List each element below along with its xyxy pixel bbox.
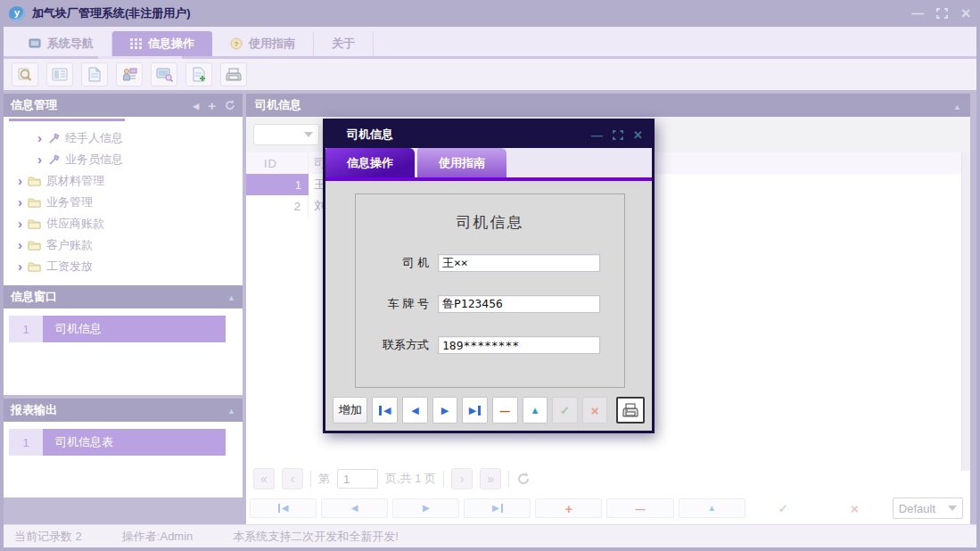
page-number-input[interactable] [337, 469, 378, 489]
printer-icon[interactable] [220, 62, 247, 86]
folder-icon [28, 176, 41, 186]
ribbon-tabbar: 系统导航 信息操作 ? 使用指南 关于 [4, 27, 976, 56]
panel-header-info-windows[interactable]: 信息窗口 [4, 285, 243, 308]
tree-item-payroll[interactable]: 工资发放 [4, 256, 243, 277]
edit-record-button[interactable]: ▲ [679, 498, 745, 518]
grid-icon [130, 38, 142, 49]
prev-page-button[interactable]: ‹ [282, 468, 303, 489]
first-page-button[interactable]: « [253, 468, 275, 489]
info-manage-tree: 经手人信息 业务员信息 原材料管理 业务管理 供应商账款 [4, 117, 243, 285]
dialog-footer-toolbar: 增加 ◀ ◀ ▶ ▶ ▲ [325, 390, 652, 431]
cancel-record-button[interactable] [821, 498, 888, 518]
tab-system-nav[interactable]: 系统导航 [11, 31, 112, 56]
add-button[interactable]: 增加 [333, 397, 367, 424]
chevron-right-icon [18, 174, 22, 188]
report-output-list: 1 司机信息表 [4, 422, 243, 498]
folder-icon [28, 261, 41, 272]
plate-number-input[interactable] [438, 295, 600, 313]
close-icon[interactable]: ✕ [960, 7, 971, 20]
folder-icon [28, 218, 41, 229]
minimize-icon[interactable]: — [591, 129, 603, 141]
close-icon[interactable]: ✕ [633, 129, 643, 141]
contact-input[interactable] [438, 336, 600, 354]
edit-record-button[interactable]: ▲ [523, 397, 548, 424]
nav-prev-button[interactable]: ◀ [321, 498, 388, 518]
tool-icon [47, 154, 60, 166]
print-button[interactable] [616, 397, 645, 424]
chevron-right-icon [18, 238, 22, 252]
filter-combo[interactable] [253, 124, 319, 145]
person-report-icon[interactable] [116, 62, 143, 86]
collapse-up-icon[interactable] [227, 291, 235, 303]
chevron-right-icon [37, 152, 42, 167]
collapse-up-icon[interactable] [227, 404, 235, 416]
collapse-up-icon[interactable] [953, 99, 961, 112]
page-label-suffix: 页,共 1 页 [385, 471, 436, 487]
form-icon[interactable] [46, 62, 73, 86]
post-record-button[interactable] [750, 498, 817, 518]
screen-search-icon[interactable] [151, 62, 177, 86]
nav-last-button[interactable]: ▶ [462, 397, 488, 424]
scrollbar[interactable] [961, 152, 970, 471]
dialog-tab-info-operate[interactable]: 信息操作 [325, 148, 415, 177]
minimize-icon[interactable]: — [911, 7, 924, 20]
pagination-bar: « ‹ 第 页,共 1 页 › » [253, 465, 531, 492]
chevron-right-icon [18, 217, 22, 231]
insert-record-button[interactable] [535, 498, 602, 518]
driver-info-dialog: 司机信息 — ✕ 信息操作 使用指南 司机信息 司 机 [323, 119, 655, 433]
tree-item-agent-info[interactable]: 经手人信息 [4, 127, 243, 149]
doc-add-icon[interactable] [185, 62, 212, 86]
tab-info-operate[interactable]: 信息操作 [112, 31, 212, 56]
app-logo-icon: y [9, 6, 25, 21]
chevron-down-icon [304, 132, 313, 137]
nav-first-button[interactable]: ◀ [250, 498, 317, 518]
cancel-record-button[interactable] [582, 397, 608, 424]
default-combo[interactable]: Default [893, 498, 963, 519]
panel-header-info-manage[interactable]: 信息管理 [4, 94, 243, 117]
tab-user-guide[interactable]: ? 使用指南 [212, 31, 314, 56]
panel-header-report-output[interactable]: 报表输出 [4, 399, 243, 422]
tree-item-supplier-account[interactable]: 供应商账款 [4, 213, 243, 234]
collapse-left-icon[interactable] [193, 99, 199, 111]
driver-field-label: 司 机 [356, 255, 438, 271]
search-icon[interactable] [12, 62, 38, 86]
titlebar: y 加气块厂管理系统(非注册用户) — ✕ [0, 0, 980, 27]
page-label-prefix: 第 [318, 471, 330, 487]
nav-next-button[interactable]: ▶ [432, 397, 458, 424]
restore-icon[interactable] [936, 8, 948, 19]
delete-record-button[interactable] [606, 498, 673, 518]
tree-item-customer-account[interactable]: 客户账款 [4, 234, 243, 256]
delete-record-button[interactable] [492, 397, 518, 424]
nav-next-button[interactable]: ▶ [392, 498, 459, 518]
monitor-icon [29, 38, 41, 49]
list-item-driver-report[interactable]: 1 司机信息表 [9, 429, 237, 456]
plate-field-label: 车 牌 号 [356, 296, 438, 312]
nav-last-button[interactable]: ▶ [464, 498, 531, 518]
dialog-titlebar[interactable]: 司机信息 — ✕ [325, 121, 652, 148]
tab-about[interactable]: 关于 [314, 31, 374, 56]
document-icon[interactable] [81, 62, 108, 86]
driver-name-input[interactable] [438, 254, 600, 272]
driver-info-groupbox: 司机信息 司 机 车 牌 号 联系方式 [355, 193, 625, 388]
last-page-button[interactable]: » [480, 468, 501, 489]
chevron-right-icon [18, 259, 22, 274]
nav-prev-button[interactable]: ◀ [402, 397, 428, 424]
post-record-button[interactable] [552, 397, 578, 424]
maximize-icon[interactable] [613, 130, 623, 140]
dialog-tabbar: 信息操作 使用指南 [325, 148, 652, 177]
nav-first-button[interactable]: ◀ [372, 397, 398, 424]
refresh-icon[interactable] [516, 472, 531, 486]
column-header-id[interactable]: ID [246, 152, 309, 174]
next-page-button[interactable]: › [451, 468, 473, 489]
tree-item-raw-material[interactable]: 原材料管理 [4, 170, 243, 192]
dialog-tab-user-guide[interactable]: 使用指南 [417, 148, 506, 177]
refresh-icon[interactable] [225, 100, 235, 111]
window-title: 加气块厂管理系统(非注册用户) [32, 5, 191, 21]
main-panel-header[interactable]: 司机信息 [246, 94, 970, 117]
list-item-driver-info[interactable]: 1 司机信息 [9, 316, 237, 342]
add-icon[interactable] [208, 98, 216, 113]
tree-item-salesman-info[interactable]: 业务员信息 [4, 149, 243, 170]
db-navigator: ◀ ◀ ▶ ▶ ▲ Default [250, 498, 963, 519]
tree-item-business-manage[interactable]: 业务管理 [4, 192, 243, 213]
tree-divider [9, 119, 125, 121]
